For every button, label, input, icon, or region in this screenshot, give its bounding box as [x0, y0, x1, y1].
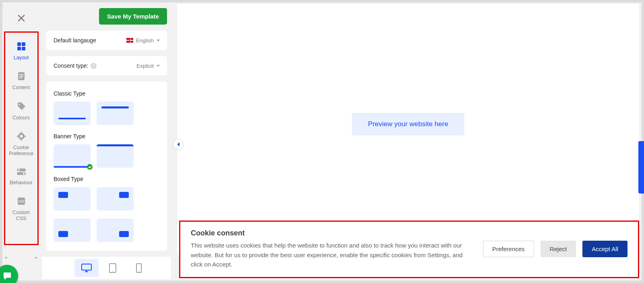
template-boxed-bottom-right[interactable] [97, 218, 134, 242]
template-boxed-bottom-left[interactable] [54, 218, 91, 242]
sidebar-item-label: Cookie Preference [6, 145, 37, 156]
svg-rect-7 [19, 77, 22, 78]
tag-icon [17, 102, 26, 111]
selected-check-icon [87, 164, 93, 170]
template-types-card: Classic Type Banner Type Boxed Type [46, 81, 167, 251]
svg-rect-0 [17, 42, 21, 46]
toggles-icon [17, 168, 26, 176]
right-side-tab[interactable] [638, 141, 644, 194]
svg-rect-2 [17, 47, 21, 50]
sidebar-item-layout[interactable]: Layout [4, 36, 38, 66]
svg-text:CSS: CSS [18, 200, 24, 203]
consent-type-value: Explicit [136, 63, 154, 69]
svg-point-8 [19, 104, 20, 105]
preview-pane: Preview your website here [177, 4, 639, 255]
template-classic-bottom[interactable] [54, 102, 91, 125]
template-boxed-top-left[interactable] [54, 187, 91, 210]
sidebar-item-label: Content [6, 85, 37, 90]
sidebar: Layout Content Colours Cookie Preference… [4, 4, 38, 255]
svg-rect-1 [22, 42, 25, 46]
cookie-reject-button[interactable]: Reject [541, 241, 576, 257]
consent-type-label: Consent type: ? [54, 62, 97, 69]
tablet-icon [108, 263, 117, 273]
grid-icon [17, 42, 26, 51]
svg-rect-10 [21, 139, 22, 141]
device-mobile-button[interactable] [127, 259, 151, 277]
close-icon [17, 14, 25, 22]
svg-rect-3 [22, 47, 25, 50]
sidebar-item-content[interactable]: Content [4, 66, 38, 96]
svg-point-23 [138, 271, 139, 272]
template-banner-bottom[interactable] [54, 144, 91, 168]
device-desktop-button[interactable] [74, 259, 99, 277]
cookie-consent-banner: Cookie consent This website uses cookies… [179, 221, 639, 278]
preview-website-button[interactable]: Preview your website here [352, 113, 464, 135]
help-icon[interactable]: ? [91, 63, 97, 69]
svg-rect-19 [82, 264, 91, 270]
cookie-accept-button[interactable]: Accept All [582, 241, 627, 257]
document-icon [17, 72, 25, 81]
classic-type-heading: Classic Type [54, 90, 160, 97]
sidebar-item-colours[interactable]: Colours [4, 96, 38, 126]
device-preview-bar [42, 257, 171, 279]
sidebar-item-label: Colours [6, 115, 37, 121]
mobile-icon [135, 263, 142, 273]
sidebar-item-behaviour[interactable]: Behaviour [4, 162, 38, 191]
sidebar-item-label: Layout [6, 55, 37, 60]
settings-panel: Save My Template Default langauge Englis… [42, 4, 171, 255]
save-template-button[interactable]: Save My Template [99, 8, 167, 25]
default-language-label: Default langauge [54, 37, 96, 44]
cookie-preferences-button[interactable]: Preferences [483, 241, 534, 257]
svg-point-14 [18, 169, 20, 171]
chevron-left-icon [177, 142, 180, 146]
chevron-down-icon [157, 40, 160, 42]
chevron-down-icon [157, 65, 160, 67]
device-tablet-button[interactable] [101, 259, 125, 277]
svg-rect-12 [24, 136, 26, 137]
sidebar-item-custom-css[interactable]: CSS Custom CSS [4, 191, 38, 227]
svg-rect-5 [19, 74, 23, 75]
collapse-panel-button[interactable] [173, 139, 184, 150]
template-banner-top[interactable] [97, 144, 134, 168]
default-language-value: English [136, 37, 154, 44]
sidebar-item-cookie-preference[interactable]: Cookie Preference [4, 126, 38, 162]
default-language-card: Default langauge English [46, 31, 167, 50]
svg-point-21 [112, 271, 113, 272]
chat-icon [2, 271, 12, 281]
svg-point-16 [23, 173, 25, 175]
boxed-type-heading: Boxed Type [54, 176, 160, 182]
template-classic-top[interactable] [97, 102, 134, 125]
uk-flag-icon [126, 38, 133, 43]
sidebar-item-label: Behaviour [6, 180, 37, 185]
cookie-banner-body: This website uses cookies that help the … [191, 241, 471, 269]
cookie-banner-title: Cookie consent [191, 229, 471, 237]
banner-type-heading: Banner Type [54, 133, 160, 139]
desktop-icon [81, 263, 92, 273]
gear-icon [17, 132, 26, 141]
css-icon: CSS [17, 197, 26, 206]
consent-type-select[interactable]: Explicit [136, 63, 160, 69]
template-boxed-top-right[interactable] [97, 187, 134, 210]
sidebar-scroll-hints: ◂▸ [4, 255, 38, 260]
svg-rect-6 [19, 76, 23, 77]
svg-rect-9 [21, 132, 22, 133]
default-language-select[interactable]: English [126, 37, 160, 44]
consent-type-card: Consent type: ? Explicit [46, 56, 167, 75]
svg-rect-11 [17, 136, 19, 137]
sidebar-item-label: Custom CSS [6, 210, 37, 221]
close-panel-button[interactable] [13, 10, 29, 26]
